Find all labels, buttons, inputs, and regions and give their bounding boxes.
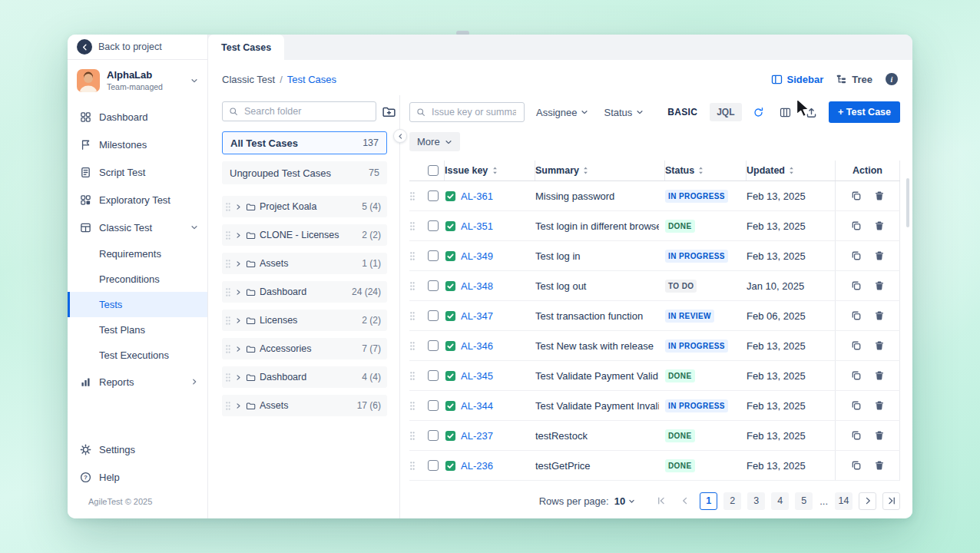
select-all-checkbox[interactable]	[428, 165, 439, 176]
folder-row[interactable]: Accessories7 (7)	[222, 338, 387, 359]
drag-handle-icon[interactable]	[225, 373, 231, 382]
copy-icon[interactable]	[851, 370, 862, 381]
page-3-button[interactable]: 3	[747, 492, 765, 510]
copy-icon[interactable]	[851, 460, 862, 471]
row-checkbox[interactable]	[428, 340, 439, 351]
more-filters-button[interactable]: More	[409, 132, 460, 151]
chevron-right-icon[interactable]	[235, 374, 242, 381]
breadcrumb-parent-link[interactable]: Classic Test	[222, 74, 275, 85]
table-row[interactable]: AL-349Test log inIN PROGRESSFeb 13, 2025	[409, 241, 900, 271]
copy-icon[interactable]	[851, 340, 862, 351]
sidebar-item-test-executions[interactable]: Test Executions	[68, 343, 207, 368]
chevron-right-icon[interactable]	[235, 346, 242, 353]
drag-handle-icon[interactable]	[225, 287, 231, 297]
copy-icon[interactable]	[851, 310, 862, 321]
table-row[interactable]: AL-347Test transaction functionIN REVIEW…	[409, 301, 900, 331]
table-row[interactable]: AL-361Missing passwordIN PROGRESSFeb 13,…	[409, 181, 900, 211]
chevron-right-icon[interactable]	[235, 260, 242, 267]
row-checkbox[interactable]	[428, 190, 439, 201]
issue-key-link[interactable]: AL-344	[461, 400, 493, 412]
chevron-right-icon[interactable]	[235, 402, 242, 409]
table-row[interactable]: AL-237testRestockDONEFeb 13, 2025	[409, 421, 900, 451]
next-page-button[interactable]	[859, 492, 876, 510]
back-to-project-button[interactable]: Back to project	[68, 35, 207, 60]
status-column-header[interactable]: Status	[665, 161, 747, 180]
row-checkbox[interactable]	[428, 460, 439, 471]
add-folder-button[interactable]	[382, 101, 396, 121]
sort-icon[interactable]	[492, 167, 498, 174]
table-row[interactable]: AL-351Test login in different browserDON…	[409, 211, 900, 241]
page-2-button[interactable]: 2	[723, 492, 741, 510]
sidebar-item-classic-test[interactable]: Classic Test	[68, 214, 207, 241]
sidebar-item-dashboard[interactable]: Dashboard	[68, 103, 207, 131]
assignee-filter-button[interactable]: Assignee	[532, 104, 592, 121]
chevron-right-icon[interactable]	[235, 317, 242, 324]
tab-test-cases[interactable]: Test Cases	[208, 35, 284, 60]
rows-per-page-select[interactable]: 10	[614, 495, 635, 507]
drag-handle-icon[interactable]	[409, 461, 416, 471]
sidebar-item-reports[interactable]: Reports	[68, 368, 207, 396]
row-checkbox[interactable]	[428, 250, 439, 261]
row-checkbox[interactable]	[428, 310, 439, 321]
table-row[interactable]: AL-346Test New task with releaseIN PROGR…	[409, 331, 900, 361]
row-checkbox[interactable]	[428, 370, 439, 381]
folder-row[interactable]: Assets17 (6)	[222, 395, 387, 416]
page-1-button[interactable]: 1	[700, 492, 717, 510]
drag-handle-icon[interactable]	[409, 251, 416, 261]
drag-handle-icon[interactable]	[409, 401, 416, 411]
drag-handle-icon[interactable]	[409, 431, 416, 441]
chevron-right-icon[interactable]	[235, 232, 242, 239]
trash-icon[interactable]	[874, 280, 885, 291]
sidebar-item-exploratory-test[interactable]: Exploratory Test	[68, 186, 207, 214]
jql-mode-button[interactable]: JQL	[710, 103, 741, 121]
refresh-button[interactable]	[750, 102, 769, 122]
issue-search[interactable]	[409, 102, 525, 122]
sidebar-item-preconditions[interactable]: Preconditions	[68, 267, 207, 292]
last-page-button[interactable]	[882, 492, 900, 510]
page-5-button[interactable]: 5	[795, 492, 813, 510]
page-14-button[interactable]: 14	[835, 492, 853, 510]
trash-icon[interactable]	[874, 400, 885, 411]
page-4-button[interactable]: 4	[771, 492, 789, 510]
prev-page-button[interactable]	[676, 492, 694, 510]
row-checkbox[interactable]	[428, 220, 439, 231]
trash-icon[interactable]	[874, 340, 885, 351]
folder-row[interactable]: Assets1 (1)	[222, 253, 387, 274]
issue-key-link[interactable]: AL-348	[461, 280, 493, 292]
copy-icon[interactable]	[851, 280, 862, 291]
export-button[interactable]	[803, 102, 822, 122]
drag-handle-icon[interactable]	[409, 341, 416, 351]
status-filter-button[interactable]: Status	[600, 104, 647, 121]
issue-key-link[interactable]: AL-236	[461, 460, 493, 472]
all-test-cases-item[interactable]: All Test Cases 137	[222, 131, 387, 154]
issue-key-link[interactable]: AL-351	[461, 220, 493, 232]
table-row[interactable]: AL-236testGetPriceDONEFeb 13, 2025	[409, 451, 900, 481]
folder-row[interactable]: CLONE - Licenses2 (2)	[222, 224, 387, 246]
drag-handle-icon[interactable]	[409, 311, 416, 321]
copy-icon[interactable]	[851, 220, 862, 231]
tree-view-button[interactable]: Tree	[836, 74, 872, 85]
trash-icon[interactable]	[874, 370, 885, 381]
sidebar-item-requirements[interactable]: Requirements	[68, 241, 207, 267]
drag-handle-icon[interactable]	[225, 259, 231, 269]
issue-key-link[interactable]: AL-237	[461, 430, 493, 442]
sidebar-item-script-test[interactable]: Script Test	[68, 158, 207, 186]
trash-icon[interactable]	[874, 250, 885, 261]
first-page-button[interactable]	[652, 492, 670, 510]
folder-row[interactable]: Project Koala5 (4)	[222, 196, 387, 217]
sidebar-toggle-button[interactable]: Sidebar	[771, 74, 824, 85]
info-button[interactable]: i	[885, 72, 899, 86]
issue-key-link[interactable]: AL-349	[461, 250, 493, 262]
updated-column-header[interactable]: Updated	[747, 161, 836, 180]
trash-icon[interactable]	[874, 310, 885, 321]
sort-icon[interactable]	[789, 167, 794, 174]
table-row[interactable]: AL-345Test Validate Payment Valid CDONEF…	[409, 361, 900, 391]
trash-icon[interactable]	[874, 190, 885, 201]
row-checkbox[interactable]	[428, 280, 439, 291]
drag-handle-icon[interactable]	[225, 344, 231, 354]
drag-handle-icon[interactable]	[225, 316, 231, 326]
summary-column-header[interactable]: Summary	[535, 161, 665, 180]
project-switcher[interactable]: AlphaLab Team-managed	[68, 60, 207, 100]
issue-search-input[interactable]	[430, 106, 518, 118]
ungrouped-test-cases-item[interactable]: Ungrouped Test Cases 75	[222, 161, 387, 184]
